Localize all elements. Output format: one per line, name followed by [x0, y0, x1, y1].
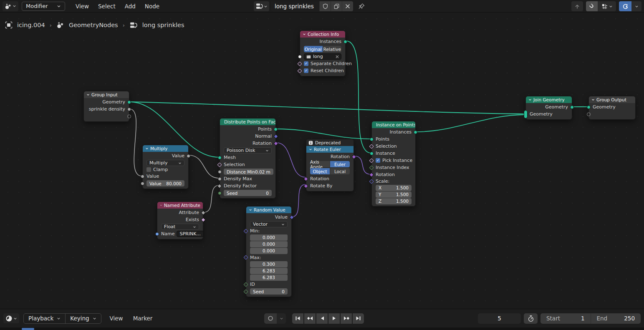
menu-select[interactable]: Select [93, 0, 120, 12]
socket-geometry-output[interactable] [570, 105, 574, 109]
timeline-strip[interactable] [0, 327, 644, 330]
keying-dropdown[interactable]: Keying [65, 314, 101, 323]
node-group-output[interactable]: Group Output Geometry [588, 96, 636, 120]
collapse-icon[interactable] [160, 204, 162, 207]
menu-timeline-view[interactable]: View [105, 315, 128, 322]
attribute-name-field[interactable]: SPRINK... [177, 231, 203, 237]
euler-button[interactable]: Euler [330, 161, 350, 167]
socket-collection-input[interactable] [298, 55, 302, 58]
editor-options-dropdown[interactable] [631, 1, 641, 11]
socket-points-output[interactable] [274, 127, 278, 131]
method-dropdown[interactable]: Poisson Disk [224, 147, 272, 154]
min-x-field[interactable]: 0.000 [250, 234, 288, 241]
node-join-geometry[interactable]: Join Geometry Geometry Geometry [525, 96, 572, 120]
axis-angle-button[interactable]: Axis Angle [310, 161, 330, 167]
breadcrumb-modifier[interactable]: GeometryNodes [69, 22, 118, 28]
collapse-icon[interactable] [145, 147, 149, 150]
socket-value-output[interactable] [187, 154, 190, 158]
socket-name-input[interactable] [155, 232, 159, 236]
local-button[interactable]: Local [330, 168, 350, 174]
current-frame-field[interactable]: 5 [478, 313, 521, 324]
menu-node[interactable]: Node [140, 0, 164, 12]
socket-value-input[interactable] [141, 174, 144, 178]
node-multiply[interactable]: Multiply Value Multiply Clamp Value [142, 145, 189, 189]
node-random-value[interactable]: Random Value Value Vector Min: 0.000 0.0… [246, 206, 292, 297]
node-canvas[interactable]: icing.004 › GeometryNodes › long sprinkl… [0, 13, 644, 309]
auto-keying-record-button[interactable] [264, 313, 277, 324]
separate-children-checkbox[interactable] [304, 61, 308, 66]
min-y-field[interactable]: 0.000 [250, 241, 288, 247]
node-rotate-euler[interactable]: Deprecated Rotate Euler Rotation Axis An… [306, 139, 354, 191]
auto-keying-options-dropdown[interactable] [277, 313, 286, 324]
node-collection-info[interactable]: Collection Info Instances Original Relat… [300, 30, 346, 76]
collapse-icon[interactable] [309, 148, 312, 151]
auto-offset-toggle[interactable] [619, 1, 631, 11]
collapse-icon[interactable] [591, 98, 595, 101]
play-button[interactable] [328, 313, 340, 324]
value-slider[interactable]: Value 80.000 [146, 180, 184, 186]
node-tree-selector[interactable] [254, 1, 269, 11]
socket-density-max-input[interactable] [218, 177, 222, 181]
playback-dropdown[interactable]: Playback [24, 314, 65, 323]
node-group-input[interactable]: Group Input Geometry sprinkle density [83, 91, 129, 122]
breadcrumb-object[interactable]: icing.004 [17, 22, 45, 28]
fake-user-button[interactable] [319, 1, 331, 11]
socket-geometry-input[interactable] [587, 105, 591, 109]
clear-icon[interactable] [336, 55, 339, 58]
collapse-icon[interactable] [249, 208, 252, 212]
socket-instances-output[interactable] [414, 130, 417, 134]
jump-to-start-button[interactable] [292, 313, 303, 324]
reset-children-checkbox[interactable] [304, 68, 308, 73]
go-to-parent-button[interactable] [571, 1, 583, 11]
socket-geometry-output[interactable] [127, 100, 131, 104]
new-copy-button[interactable] [331, 1, 342, 11]
snapping-toggle[interactable] [586, 1, 598, 11]
socket-seed-input[interactable] [218, 191, 222, 195]
menu-view[interactable]: View [71, 0, 93, 12]
distance-min-slider[interactable]: Distance Min 0.02 m [224, 169, 273, 175]
socket-value2-input[interactable] [141, 181, 144, 185]
socket-instances-output[interactable] [343, 40, 347, 43]
scale-y-slider[interactable]: Y 1.500 [376, 191, 412, 198]
scale-x-slider[interactable]: X 1.500 [376, 185, 412, 191]
mode-dropdown[interactable]: Modifier [22, 2, 65, 11]
type-dropdown[interactable]: Float [161, 224, 199, 230]
snap-target-dropdown[interactable] [598, 1, 616, 11]
next-keyframe-button[interactable] [341, 313, 352, 324]
collapse-icon[interactable] [303, 33, 306, 36]
node-distribute-points[interactable]: Distribute Points on Faces Points Normal… [220, 118, 276, 199]
timeline-editor-type-button[interactable] [3, 313, 19, 323]
virtual-socket[interactable] [127, 114, 131, 118]
node-instance-on-points[interactable]: Instance on Points Instances Points Sele… [371, 121, 416, 207]
socket-mesh-input[interactable] [218, 156, 222, 159]
object-button[interactable]: Object [310, 168, 330, 174]
jump-to-end-button[interactable] [353, 313, 364, 324]
collection-field[interactable]: long [304, 53, 341, 60]
pick-instance-checkbox[interactable] [376, 158, 380, 163]
end-frame-field[interactable]: End 250 [591, 313, 641, 324]
data-type-dropdown[interactable]: Vector [250, 221, 288, 227]
relative-button[interactable]: Relative [323, 46, 342, 52]
seed-slider[interactable]: Seed 0 [250, 288, 288, 295]
unlink-button[interactable] [342, 1, 353, 11]
scale-z-slider[interactable]: Z 1.500 [376, 198, 412, 204]
socket-distance-min-input[interactable] [218, 170, 222, 174]
editor-type-button[interactable] [3, 1, 18, 11]
tree-name-input[interactable]: long sprinkles [271, 1, 319, 11]
collapse-icon[interactable] [86, 93, 90, 96]
socket-points-input[interactable] [370, 137, 374, 141]
original-button[interactable]: Original [304, 46, 323, 52]
min-z-field[interactable]: 0.000 [250, 248, 288, 254]
start-frame-field[interactable]: Start 1 [540, 313, 591, 324]
previous-keyframe-button[interactable] [304, 313, 316, 324]
virtual-socket[interactable] [587, 112, 591, 116]
use-preview-range-button[interactable] [524, 313, 538, 324]
max-y-field[interactable]: 6.283 [250, 268, 288, 274]
max-x-field[interactable]: 0.300 [250, 261, 288, 267]
clamp-checkbox[interactable] [146, 167, 151, 172]
play-reverse-button[interactable] [316, 313, 328, 324]
socket-sprinkle-density-output[interactable] [127, 107, 131, 111]
operation-dropdown[interactable]: Multiply [146, 160, 184, 166]
pin-button[interactable] [358, 3, 365, 10]
current-frame-indicator[interactable] [22, 328, 34, 330]
